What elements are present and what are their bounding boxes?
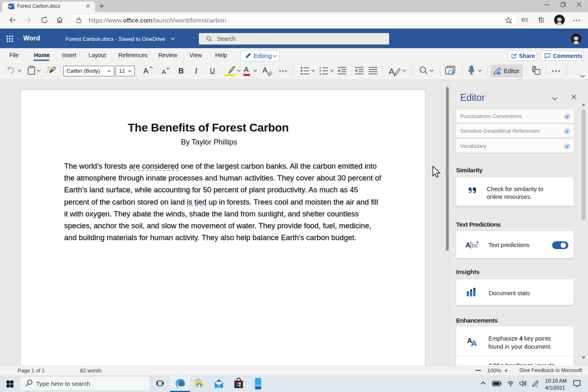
- svg-text:1: 1: [319, 67, 321, 69]
- svg-text:2: 2: [319, 69, 321, 72]
- svg-text:A: A: [471, 339, 477, 347]
- svg-text:W: W: [8, 4, 12, 9]
- svg-text:3: 3: [319, 73, 321, 76]
- svg-text:A: A: [466, 242, 470, 249]
- svg-text:A: A: [389, 67, 394, 76]
